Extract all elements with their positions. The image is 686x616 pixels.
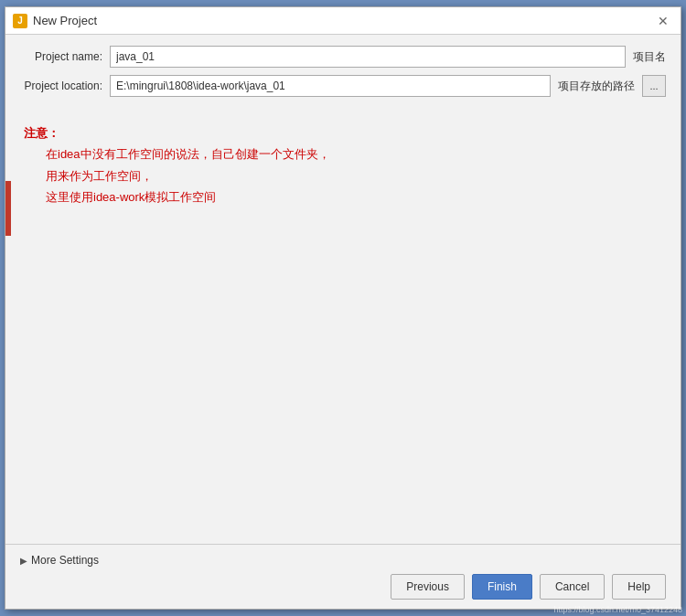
project-location-label: Project location:: [20, 80, 102, 92]
watermark: https://blog.csdn.net/m0_37412248: [553, 605, 682, 614]
help-button[interactable]: Help: [612, 574, 666, 600]
left-accent-bar: [5, 181, 11, 236]
button-row: Previous Finish Cancel Help: [20, 574, 666, 600]
previous-button[interactable]: Previous: [391, 574, 465, 600]
dialog-title: New Project: [33, 14, 97, 27]
title-bar-left: J New Project: [13, 14, 97, 28]
cancel-button[interactable]: Cancel: [540, 574, 605, 600]
project-name-input[interactable]: [110, 46, 626, 68]
project-location-input[interactable]: [110, 75, 551, 97]
content-area: 注意： 在idea中没有工作空间的说法，自己创建一个文件夹， 用来作为工作空间，…: [5, 108, 681, 544]
more-settings-arrow-icon: ▶: [20, 556, 27, 566]
more-settings-label: More Settings: [31, 554, 99, 567]
project-location-comment: 项目存放的路径: [558, 79, 635, 94]
browse-button[interactable]: ...: [642, 75, 666, 97]
note-block: 注意： 在idea中没有工作空间的说法，自己创建一个文件夹， 用来作为工作空间，…: [24, 122, 662, 208]
bottom-bar: ▶ More Settings Previous Finish Cancel H…: [5, 544, 681, 609]
close-button[interactable]: ✕: [653, 11, 673, 31]
note-line3: 这里使用idea-work模拟工作空间: [24, 186, 662, 207]
more-settings-toggle[interactable]: ▶ More Settings: [20, 554, 666, 567]
new-project-dialog: J New Project ✕ Project name: 项目名 Projec…: [5, 6, 681, 610]
form-area: Project name: 项目名 Project location: 项目存放…: [5, 35, 681, 108]
app-icon: J: [13, 14, 27, 28]
note-title: 注意：: [24, 122, 662, 143]
finish-button[interactable]: Finish: [472, 574, 532, 600]
project-location-row: Project location: 项目存放的路径 ...: [20, 75, 666, 97]
title-bar: J New Project ✕: [5, 7, 681, 35]
project-name-comment: 项目名: [633, 49, 666, 65]
project-name-row: Project name: 项目名: [20, 46, 666, 68]
note-line1: 在idea中没有工作空间的说法，自己创建一个文件夹，: [24, 143, 662, 165]
project-name-label: Project name:: [20, 50, 102, 63]
note-line2: 用来作为工作空间，: [24, 165, 662, 186]
